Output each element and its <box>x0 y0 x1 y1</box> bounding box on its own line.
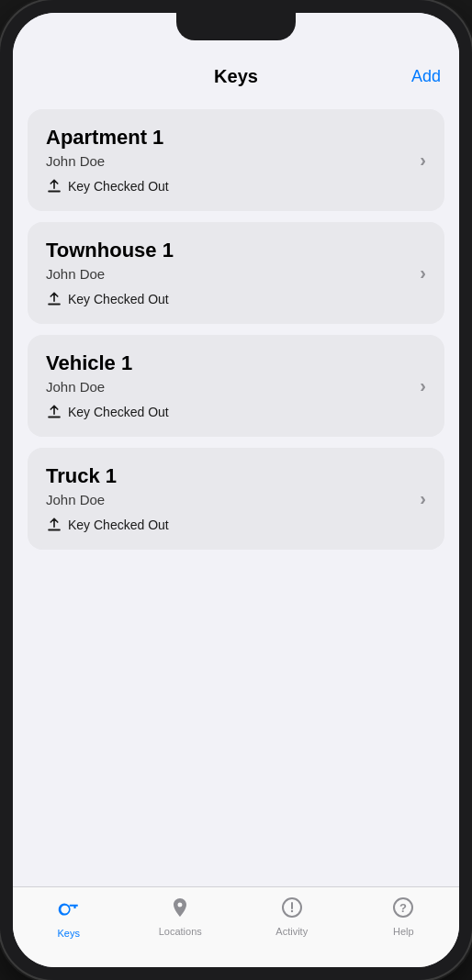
svg-rect-2 <box>48 417 61 418</box>
location-icon <box>169 896 191 922</box>
key-status-text: Key Checked Out <box>68 179 169 194</box>
svg-rect-3 <box>48 529 61 531</box>
key-card-content: Apartment 1 John Doe Key Checked Out <box>46 126 410 195</box>
key-status-text: Key Checked Out <box>68 518 169 532</box>
chevron-right-icon: › <box>420 262 426 284</box>
key-card-vehicle-1[interactable]: Vehicle 1 John Doe Key Checked Out › <box>28 335 444 437</box>
key-status-text: Key Checked Out <box>68 292 169 306</box>
key-status: Key Checked Out <box>46 178 410 195</box>
nav-header: Keys Add <box>13 59 459 98</box>
key-card-townhouse-1[interactable]: Townhouse 1 John Doe Key Checked Out › <box>28 222 444 324</box>
svg-rect-1 <box>48 304 61 306</box>
phone-screen: Keys Add Apartment 1 John Doe Key Checke… <box>13 13 459 967</box>
key-user: John Doe <box>46 492 410 507</box>
key-card-apartment-1[interactable]: Apartment 1 John Doe Key Checked Out › <box>28 109 444 211</box>
chevron-right-icon: › <box>420 375 426 396</box>
key-name: Vehicle 1 <box>46 351 410 375</box>
chevron-right-icon: › <box>420 150 426 171</box>
key-user: John Doe <box>46 153 410 169</box>
keys-list: Apartment 1 John Doe Key Checked Out › T… <box>13 98 459 886</box>
tab-keys-label: Keys <box>58 928 80 939</box>
svg-point-6 <box>291 910 293 912</box>
key-name: Apartment 1 <box>46 126 410 150</box>
checkout-icon <box>46 404 62 420</box>
key-card-content: Truck 1 John Doe Key Checked Out <box>46 464 410 533</box>
activity-icon <box>281 896 303 922</box>
key-user: John Doe <box>46 379 410 395</box>
notch <box>176 13 296 40</box>
key-status-text: Key Checked Out <box>68 405 169 419</box>
checkout-icon <box>46 178 62 195</box>
svg-text:?: ? <box>399 901 407 915</box>
help-icon: ? <box>392 896 414 922</box>
tab-help-label: Help <box>393 926 414 937</box>
tab-locations[interactable]: Locations <box>125 896 237 937</box>
key-card-content: Townhouse 1 John Doe Key Checked Out <box>46 239 410 307</box>
phone-frame: Keys Add Apartment 1 John Doe Key Checke… <box>0 0 472 980</box>
key-user: John Doe <box>46 266 410 282</box>
checkout-icon <box>46 291 62 307</box>
checkout-icon <box>46 517 62 533</box>
key-name: Truck 1 <box>46 464 410 488</box>
key-icon <box>57 896 81 924</box>
key-name: Townhouse 1 <box>46 239 410 262</box>
tab-help[interactable]: ? Help <box>348 896 460 937</box>
svg-rect-0 <box>48 191 61 193</box>
key-status: Key Checked Out <box>46 291 410 307</box>
add-button[interactable]: Add <box>411 67 441 86</box>
chevron-right-icon: › <box>420 488 426 509</box>
tab-locations-label: Locations <box>159 926 202 937</box>
key-card-truck-1[interactable]: Truck 1 John Doe Key Checked Out › <box>28 448 444 550</box>
tab-keys[interactable]: Keys <box>13 896 125 939</box>
tab-bar: Keys Locations Activit <box>13 886 459 967</box>
tab-activity-label: Activity <box>275 926 308 937</box>
page-title: Keys <box>214 66 258 87</box>
key-card-content: Vehicle 1 John Doe Key Checked Out <box>46 351 410 420</box>
key-status: Key Checked Out <box>46 404 410 420</box>
tab-activity[interactable]: Activity <box>236 896 348 937</box>
key-status: Key Checked Out <box>46 517 410 533</box>
